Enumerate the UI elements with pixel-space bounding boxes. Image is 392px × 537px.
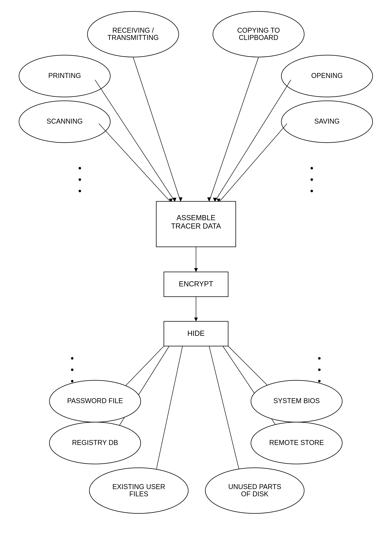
opening-label: OPENING xyxy=(311,72,343,79)
right-dots-top-2: • xyxy=(310,174,313,184)
svg-line-16 xyxy=(122,346,164,390)
svg-line-6 xyxy=(215,80,291,201)
left-dots-2: • xyxy=(78,174,82,184)
left-dots-bottom-2: • xyxy=(71,364,74,375)
password-file-label: PASSWORD FILE xyxy=(67,397,123,405)
svg-line-24 xyxy=(156,346,182,472)
svg-line-2 xyxy=(209,57,259,201)
svg-marker-13 xyxy=(194,268,198,272)
svg-line-26 xyxy=(209,346,239,472)
encrypt-label: ENCRYPT xyxy=(179,280,213,288)
svg-line-0 xyxy=(133,57,181,201)
unused-parts-disk-label-2: OF DISK xyxy=(241,490,268,498)
registry-db-label: REGISTRY DB xyxy=(72,439,118,447)
assemble-tracer-data-label-2: TRACER DATA xyxy=(171,222,221,230)
receiving-transmitting-label-2: TRANSMITTING xyxy=(107,34,159,42)
left-dots-3: • xyxy=(78,186,82,196)
receiving-transmitting-label-1: RECEIVING / xyxy=(112,26,154,34)
system-bios-label: SYSTEM BIOS xyxy=(273,397,320,405)
right-dots-top-3: • xyxy=(310,186,313,196)
copying-clipboard-label-2: CLIPBOARD xyxy=(239,34,278,42)
existing-user-files-label-2: FILES xyxy=(129,490,148,498)
right-dots-bottom-1: • xyxy=(318,353,321,363)
saving-label: SAVING xyxy=(314,117,340,125)
right-dots-bottom-2: • xyxy=(318,364,321,375)
svg-marker-15 xyxy=(194,318,198,321)
assemble-tracer-data-label-1: ASSEMBLE xyxy=(177,214,216,222)
svg-line-10 xyxy=(219,124,287,202)
svg-line-4 xyxy=(95,80,175,201)
scanning-label: SCANNING xyxy=(47,117,83,125)
svg-marker-3 xyxy=(207,197,211,201)
unused-parts-disk-label-1: UNUSED PARTS xyxy=(228,483,281,490)
existing-user-files-label-1: EXISTING USER xyxy=(112,483,165,490)
svg-line-8 xyxy=(99,124,171,202)
remote-store-label: REMOTE STORE xyxy=(269,439,324,447)
svg-marker-1 xyxy=(179,197,182,201)
diagram-container: RECEIVING / TRANSMITTING COPYING TO CLIP… xyxy=(0,0,392,537)
svg-line-18 xyxy=(228,346,272,390)
hide-label: HIDE xyxy=(187,329,205,337)
left-dots-bottom-1: • xyxy=(71,353,74,363)
left-dots-1: • xyxy=(78,163,82,173)
right-dots-top-1: • xyxy=(310,163,313,173)
printing-label: PRINTING xyxy=(48,72,81,79)
copying-clipboard-label-1: COPYING TO xyxy=(237,26,280,34)
